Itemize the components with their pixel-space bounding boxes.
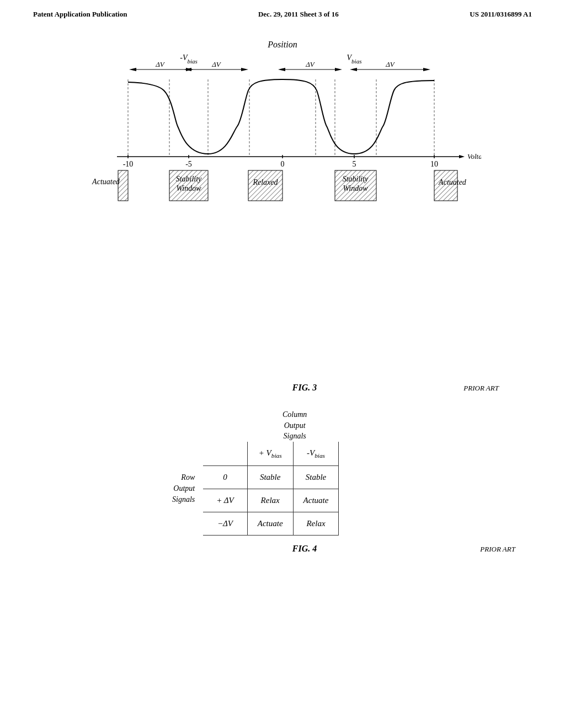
svg-text:Window: Window: [176, 184, 201, 192]
matrix-table: + Vbias -Vbias 0 Stable Stable: [203, 442, 339, 536]
svg-text:Actuated: Actuated: [92, 178, 120, 186]
svg-marker-13: [335, 68, 342, 71]
col-header-plus-vbias: + Vbias: [247, 442, 293, 466]
cell-plusdv-plus: Relax: [247, 489, 293, 512]
fig4-container: ColumnOutputSignals RowOutputSignals + V…: [33, 409, 532, 554]
svg-marker-9: [241, 68, 248, 71]
chart-svg: Position -Vbias Vbias ΔV ΔV: [84, 35, 481, 223]
svg-text:Voltage: Voltage: [467, 152, 481, 160]
svg-text:5: 5: [353, 160, 356, 168]
page-header: Patent Application Publication Dec. 29, …: [0, 0, 565, 19]
chart-area: Position -Vbias Vbias ΔV ΔV: [84, 35, 481, 212]
fig4-prior-art: PRIOR ART: [449, 545, 515, 554]
row-label-negdv: −ΔV: [203, 512, 247, 535]
matrix-wrapper: RowOutputSignals + Vbias -Vbias: [172, 442, 393, 536]
main-content: Position -Vbias Vbias ΔV ΔV: [0, 19, 565, 570]
svg-text:10: 10: [430, 160, 438, 168]
cell-negdv-plus: Actuate: [247, 512, 293, 535]
svg-text:ΔV: ΔV: [305, 60, 316, 68]
svg-text:Stability: Stability: [343, 175, 369, 183]
svg-text:Relaxed: Relaxed: [252, 178, 278, 186]
header-middle: Dec. 29, 2011 Sheet 3 of 16: [258, 10, 339, 19]
svg-text:Position: Position: [267, 40, 297, 49]
fig3-prior-art: PRIOR ART: [433, 384, 499, 393]
header-right: US 2011/0316899 A1: [470, 10, 532, 19]
svg-text:Window: Window: [343, 184, 368, 192]
fig3-container: Position -Vbias Vbias ΔV ΔV: [33, 35, 532, 212]
cell-plusdv-neg: Actuate: [293, 489, 339, 512]
table-row: −ΔV Actuate Relax: [203, 512, 339, 535]
cell-0-plus: Stable: [247, 465, 293, 489]
svg-marker-17: [423, 68, 430, 71]
row-label-0: 0: [203, 465, 247, 489]
svg-text:Actuated: Actuated: [438, 178, 467, 186]
svg-text:-5: -5: [185, 160, 192, 168]
svg-text:-10: -10: [123, 160, 134, 168]
svg-text:0: 0: [281, 160, 285, 168]
row-label-plusdv: + ΔV: [203, 489, 247, 512]
svg-text:Stability: Stability: [176, 175, 202, 183]
svg-marker-4: [129, 68, 136, 71]
svg-text:Vbias: Vbias: [347, 53, 362, 65]
header-left: Patent Application Publication: [33, 10, 127, 19]
fig3-caption: FIG. 3: [292, 383, 317, 393]
svg-marker-16: [350, 68, 357, 71]
svg-text:ΔV: ΔV: [211, 60, 222, 68]
cell-0-neg: Stable: [293, 465, 339, 489]
fig4-caption: FIG. 4: [292, 544, 317, 554]
svg-marker-12: [278, 68, 285, 71]
fig4-inner: ColumnOutputSignals RowOutputSignals + V…: [172, 409, 393, 536]
table-row: + ΔV Relax Actuate: [203, 489, 339, 512]
svg-text:ΔV: ΔV: [155, 60, 166, 68]
svg-marker-20: [459, 155, 465, 158]
row-output-signals-label: RowOutputSignals: [172, 472, 195, 505]
column-header-label: ColumnOutputSignals: [282, 409, 307, 442]
cell-negdv-neg: Relax: [293, 512, 339, 535]
table-corner-cell: [203, 442, 247, 466]
col-header-neg-vbias: -Vbias: [293, 442, 339, 466]
svg-text:ΔV: ΔV: [385, 60, 396, 68]
table-row: 0 Stable Stable: [203, 465, 339, 489]
svg-text:-Vbias: -Vbias: [180, 53, 198, 65]
